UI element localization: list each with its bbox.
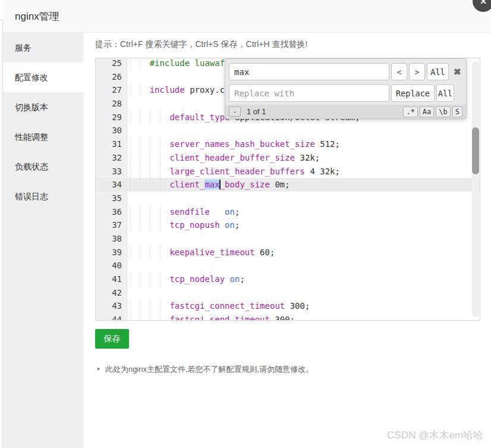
line-number: 27 [96, 83, 127, 97]
indent-guide [150, 151, 160, 165]
line-number: 38 [96, 232, 127, 246]
indent-guide [140, 205, 150, 219]
indent-guide [160, 272, 170, 286]
save-button[interactable]: 保存 [95, 329, 129, 349]
code-line[interactable]: 39keepalive_timeout 60; [96, 246, 480, 259]
sidebar-item-config-edit[interactable]: 配置修改 [3, 62, 83, 92]
code-line[interactable]: 32client_header_buffer_size 32k; [96, 151, 480, 165]
code-token: tcp_nopush [169, 220, 219, 230]
replace-row: Replace All [229, 84, 462, 102]
code-token: client_header_buffer_size [169, 153, 295, 162]
regex-toggle[interactable]: .* [403, 106, 417, 117]
search-in-selection-toggle[interactable]: S [452, 106, 462, 117]
code-text: sendfile on; [127, 205, 480, 219]
code-token: server_names_hash_bucket_size [169, 139, 314, 149]
code-line[interactable]: 30 [96, 124, 480, 137]
code-token: large_client_header_buffers [169, 167, 305, 176]
editor-scrollbar-track[interactable] [472, 61, 479, 317]
editor-scrollbar-thumb[interactable] [472, 127, 479, 174]
indent-guide [130, 83, 140, 97]
code-text [127, 259, 480, 272]
line-number: 40 [96, 259, 127, 272]
replace-all-button[interactable]: All [436, 84, 454, 102]
indent-guide [140, 137, 150, 151]
indent-guide [130, 58, 140, 70]
code-line[interactable]: 31server_names_hash_bucket_size 512; [96, 137, 480, 151]
code-text: client_header_buffer_size 32k; [127, 151, 480, 165]
line-number: 32 [96, 151, 127, 165]
code-line[interactable]: 44fastcgi_send_timeout 300; [96, 313, 480, 321]
code-text [127, 124, 480, 137]
search-input[interactable] [229, 63, 389, 80]
collapse-replace-button[interactable]: - [229, 106, 241, 117]
code-line[interactable]: 34client_max_body_size 0m; [96, 178, 480, 192]
line-number: 30 [96, 124, 127, 137]
shortcut-tip: 提示：Ctrl+F 搜索关键字，Ctrl+S 保存，Ctrl+H 查找替换! [95, 39, 307, 50]
code-token: ; [240, 274, 244, 284]
line-number: 41 [96, 272, 127, 286]
sidebar: 服务配置修改切换版本性能调整负载状态错误日志 [3, 33, 83, 448]
indent-guide [130, 313, 140, 321]
indent-guide [150, 299, 160, 313]
window-title: nginx管理 [15, 0, 59, 33]
find-all-button[interactable]: All [427, 63, 449, 80]
code-line[interactable]: 43fastcgi_connect_timeout 300; [96, 299, 480, 313]
nginx-manager-window: nginx管理 ✕ 服务配置修改切换版本性能调整负载状态错误日志 提示：Ctrl… [0, 0, 491, 448]
code-token: default_type [169, 112, 229, 122]
selected-text: max [204, 180, 219, 189]
indent-guide [150, 218, 160, 232]
find-next-button[interactable]: > [409, 63, 425, 80]
code-line[interactable]: 33large_client_header_buffers 4 32k; [96, 165, 480, 178]
search-status-bar: - 1 of 1 .*Aa\bS [225, 105, 466, 118]
code-line[interactable]: 36sendfile on; [96, 205, 480, 219]
indent-guide [140, 165, 150, 178]
whole-word-toggle[interactable]: \b [436, 106, 450, 117]
code-token: fastcgi_connect_timeout [169, 301, 285, 311]
find-previous-button[interactable]: < [391, 63, 407, 80]
code-line[interactable]: 37tcp_nopush on; [96, 218, 480, 232]
indent-guide [130, 165, 140, 178]
code-line[interactable]: 38 [96, 232, 480, 246]
indent-guide [140, 83, 150, 97]
bullet-icon: • [97, 364, 100, 374]
code-line[interactable]: 35 [96, 192, 480, 205]
indent-guide [150, 165, 160, 178]
code-text [127, 232, 480, 246]
code-line[interactable]: 42 [96, 286, 480, 300]
code-token: 4 32k; [305, 167, 340, 176]
line-number: 43 [96, 299, 127, 313]
indent-guide [130, 178, 140, 192]
indent-guide [140, 178, 150, 192]
code-token: client_ [169, 180, 204, 189]
code-text [127, 286, 480, 300]
code-token: sendfile [169, 207, 209, 217]
indent-guide [160, 151, 170, 165]
code-token [210, 207, 225, 217]
sidebar-item-service[interactable]: 服务 [3, 33, 83, 62]
code-text: fastcgi_send_timeout 300; [127, 313, 480, 321]
config-warning-note: •此处为nginx主配置文件,若您不了解配置规则,请勿随意修改。 [97, 364, 313, 375]
replace-input[interactable] [229, 84, 389, 102]
sidebar-item-load-status[interactable]: 负载状态 [3, 152, 83, 181]
replace-button[interactable]: Replace [391, 84, 435, 102]
sidebar-item-error-log[interactable]: 错误日志 [3, 181, 83, 211]
code-line[interactable]: 40 [96, 259, 480, 272]
code-text: client_max_body_size 0m; [127, 178, 480, 192]
code-token: 512; [315, 139, 340, 149]
code-token: include [150, 85, 185, 95]
indent-guide [160, 218, 170, 232]
indent-guide [160, 246, 170, 259]
search-option-toggles: .*Aa\bS [403, 106, 462, 117]
indent-guide [140, 218, 150, 232]
code-line[interactable]: 41tcp_nodelay on; [96, 272, 480, 286]
indent-guide [140, 313, 150, 321]
sidebar-item-performance[interactable]: 性能调整 [3, 122, 83, 152]
line-number: 29 [96, 111, 127, 124]
code-token: 0m; [270, 180, 290, 189]
code-token: 300; [285, 301, 310, 311]
window-header: nginx管理 [0, 0, 491, 33]
sidebar-item-switch-version[interactable]: 切换版本 [3, 92, 83, 122]
search-close-icon[interactable]: ✖ [454, 67, 461, 77]
case-sensitive-toggle[interactable]: Aa [420, 106, 434, 117]
code-text: server_names_hash_bucket_size 512; [127, 137, 480, 151]
